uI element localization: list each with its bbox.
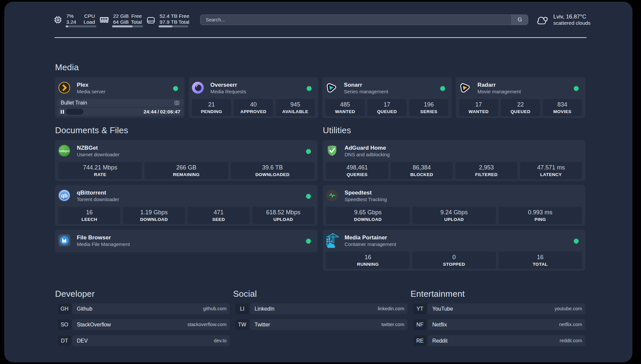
svg-text:nzbget: nzbget	[59, 149, 70, 153]
svg-text:qb: qb	[61, 193, 68, 198]
